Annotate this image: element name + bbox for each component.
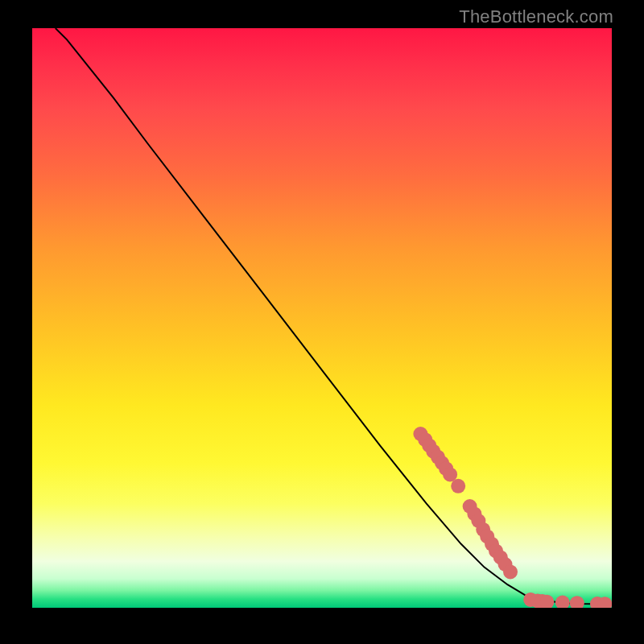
data-point xyxy=(503,564,518,579)
chart-overlay xyxy=(32,28,612,608)
chart-frame: TheBottleneck.com xyxy=(0,0,644,644)
data-point xyxy=(555,596,570,609)
data-point xyxy=(570,596,584,608)
bottleneck-curve xyxy=(56,28,612,605)
data-point xyxy=(451,479,465,493)
curve-path xyxy=(56,28,612,605)
watermark-label: TheBottleneck.com xyxy=(459,6,613,27)
plot-area xyxy=(32,28,612,608)
data-points xyxy=(413,427,612,608)
